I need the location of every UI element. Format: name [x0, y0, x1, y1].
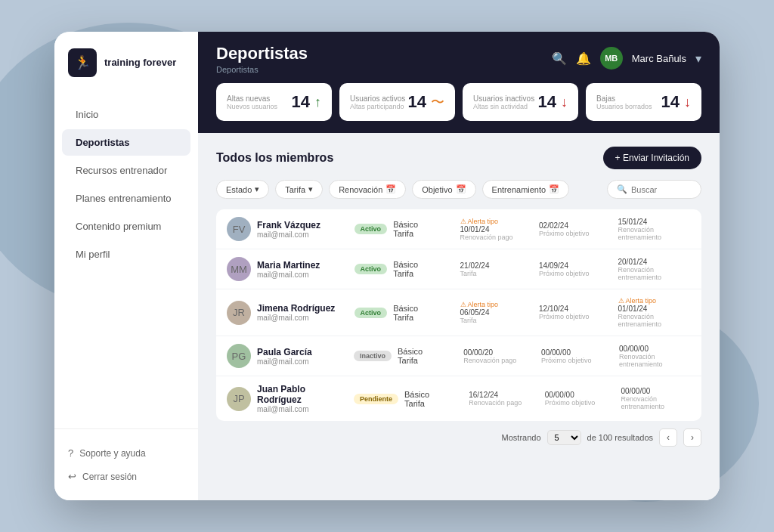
- status-badge: Activo: [354, 264, 388, 274]
- member-email: mail@mail.com: [257, 271, 348, 279]
- member-name: Paula García: [257, 347, 348, 357]
- user-avatar[interactable]: MB: [600, 47, 623, 70]
- col-date-1: ⚠ Alerta tipo 10/01/24 Renovación pago: [460, 218, 533, 241]
- sidebar-item-inicio[interactable]: Inicio: [62, 101, 190, 128]
- chevron-icon-estado: ▾: [255, 184, 259, 194]
- table-row[interactable]: MM Maria Martinez mail@mail.com Activo B…: [216, 249, 701, 289]
- page-title: Deportistas: [216, 44, 308, 63]
- calendar-icon-entrenamiento: 📅: [549, 184, 559, 194]
- cerrar-label: Cerrar sesión: [82, 472, 137, 482]
- logo-text: training forever: [104, 57, 176, 70]
- stat-card-activos: Usuarios activos Altas participando 14 〜: [339, 83, 455, 121]
- filter-label-estado: Estado: [226, 185, 252, 194]
- user-name[interactable]: Marc Bañuls: [632, 53, 686, 64]
- prev-page-button[interactable]: ‹: [659, 428, 677, 447]
- alert-tag: ⚠ Alerta tipo: [460, 301, 533, 308]
- member-name: Maria Martinez: [257, 260, 348, 271]
- member-info: Paula García mail@mail.com: [257, 347, 348, 366]
- bell-icon[interactable]: 🔔: [576, 51, 591, 66]
- sidebar-bottom-cerrar[interactable]: ↩Cerrar sesión: [62, 465, 190, 488]
- search-box[interactable]: 🔍: [607, 180, 701, 199]
- header-title-area: Deportistas Deportistas: [216, 44, 308, 74]
- stat-arrow-altas: ↑: [314, 94, 321, 110]
- table-row[interactable]: PG Paula García mail@mail.com Inactivo B…: [216, 336, 701, 376]
- stat-value-inactivos: 14: [538, 92, 556, 112]
- alert-tag: ⚠ Alerta tipo: [460, 218, 533, 225]
- member-info: Jimena Rodríguez mail@mail.com: [257, 303, 348, 322]
- filter-label-tarifa: Tarifa: [285, 185, 305, 194]
- sidebar-bottom-soporte[interactable]: ?Soporte y ayuda: [62, 441, 190, 465]
- member-info: Juan Pablo Rodríguez mail@mail.com: [257, 384, 348, 413]
- avatar: PG: [227, 344, 251, 368]
- stat-label-inactivos: Usuarios inactivos: [473, 94, 534, 103]
- col-date-3: 00/00/00 Renovación entrenamiento: [621, 387, 691, 410]
- table-row[interactable]: FV Frank Vázquez mail@mail.com Activo Bá…: [216, 209, 701, 249]
- filter-estado[interactable]: Estado▾: [216, 180, 269, 199]
- section-header: Todos los miembros + Enviar Invitación: [216, 147, 701, 169]
- sidebar-item-perfil[interactable]: Mi perfil: [62, 241, 190, 268]
- sidebar-item-planes[interactable]: Planes entrenamiento: [62, 185, 190, 212]
- stat-sublabel-bajas: Usuarios borrados: [596, 103, 652, 110]
- members-table: FV Frank Vázquez mail@mail.com Activo Bá…: [216, 209, 701, 421]
- stat-sublabel-activos: Altas participando: [350, 103, 405, 110]
- cerrar-icon: ↩: [68, 471, 76, 482]
- main-content: Deportistas Deportistas 🔍 🔔 MB Marc Bañu…: [198, 32, 720, 500]
- search-input[interactable]: [631, 185, 692, 194]
- soporte-icon: ?: [68, 447, 73, 459]
- filter-objetivo[interactable]: Objetivo📅: [412, 180, 475, 199]
- stat-card-altas: Altas nuevas Nuevos usuarios 14 ↑: [216, 83, 332, 121]
- stat-arrow-bajas: ↓: [684, 94, 691, 110]
- status-badge: Pendiente: [354, 394, 398, 404]
- col-tarifa: Básico Tarifa: [393, 304, 454, 322]
- next-page-button[interactable]: ›: [683, 428, 701, 447]
- member-name: Jimena Rodríguez: [257, 303, 348, 314]
- filter-tarifa[interactable]: Tarifa▾: [275, 180, 323, 199]
- col-date-3: 20/01/24 Renovación entrenamiento: [618, 258, 691, 281]
- showing-label: Mostrando: [502, 433, 541, 442]
- member-name: Frank Vázquez: [257, 220, 348, 230]
- filter-row: Estado▾Tarifa▾Renovación📅Objetivo📅Entren…: [216, 180, 701, 199]
- per-page-select[interactable]: 5102550: [547, 430, 581, 445]
- table-row[interactable]: JR Jimena Rodríguez mail@mail.com Activo…: [216, 289, 701, 336]
- search-icon[interactable]: 🔍: [552, 51, 567, 66]
- sidebar-item-deportistas[interactable]: Deportistas: [62, 129, 190, 156]
- table-row[interactable]: JP Juan Pablo Rodríguez mail@mail.com Pe…: [216, 376, 701, 421]
- stat-value-altas: 14: [292, 92, 310, 112]
- col-tarifa: Básico Tarifa: [393, 260, 454, 278]
- stat-sublabel-altas: Nuevos usuarios: [227, 103, 277, 110]
- col-date-1: 16/12/24 Renovación pago: [469, 391, 539, 407]
- stat-card-bajas: Bajas Usuarios borrados 14 ↓: [586, 83, 701, 121]
- col-date-2: 14/09/24 Próximo objetivo: [539, 261, 611, 277]
- total-label: de 100 resultados: [587, 433, 653, 442]
- logo-icon: 🏃: [68, 48, 97, 77]
- avatar: JP: [227, 387, 251, 411]
- sidebar-item-contenido[interactable]: Contenido premium: [62, 213, 190, 240]
- filter-entrenamiento[interactable]: Entrenamiento📅: [482, 180, 570, 199]
- chevron-down-icon[interactable]: ▾: [695, 51, 701, 66]
- sidebar-item-recursos[interactable]: Recursos entrenador: [62, 157, 190, 184]
- avatar: JR: [227, 301, 251, 325]
- col-date-2: 00/00/00 Próximo objetivo: [545, 391, 615, 407]
- calendar-icon-renovacion: 📅: [385, 184, 396, 194]
- col-date-1: 21/02/24 Tarifa: [460, 261, 533, 277]
- stat-arrow-activos: 〜: [431, 93, 444, 111]
- breadcrumb: Deportistas: [216, 65, 308, 74]
- member-info: Frank Vázquez mail@mail.com: [257, 220, 348, 239]
- col-date-3: 00/00/00 Renovación entrenamiento: [619, 345, 691, 368]
- status-badge: Activo: [354, 224, 388, 234]
- filter-renovacion[interactable]: Renovación📅: [329, 180, 406, 199]
- sidebar-bottom: ?Soporte y ayuda↩Cerrar sesión: [54, 428, 198, 500]
- status-badge: Activo: [354, 308, 388, 318]
- alert-tag-3: ⚠ Alerta tipo: [618, 297, 691, 305]
- app-window: 🏃 training forever InicioDeportistasRecu…: [54, 32, 720, 500]
- member-name: Juan Pablo Rodríguez: [257, 384, 348, 405]
- filter-label-objetivo: Objetivo: [422, 185, 452, 194]
- invite-button[interactable]: + Enviar Invitación: [603, 147, 701, 169]
- col-tarifa: Básico Tarifa: [398, 347, 457, 365]
- filter-label-renovacion: Renovación: [339, 185, 382, 194]
- avatar: FV: [227, 217, 251, 241]
- soporte-label: Soporte y ayuda: [79, 448, 145, 459]
- sidebar: 🏃 training forever InicioDeportistasRecu…: [54, 32, 198, 500]
- member-email: mail@mail.com: [257, 357, 348, 366]
- col-tarifa: Básico Tarifa: [393, 220, 454, 238]
